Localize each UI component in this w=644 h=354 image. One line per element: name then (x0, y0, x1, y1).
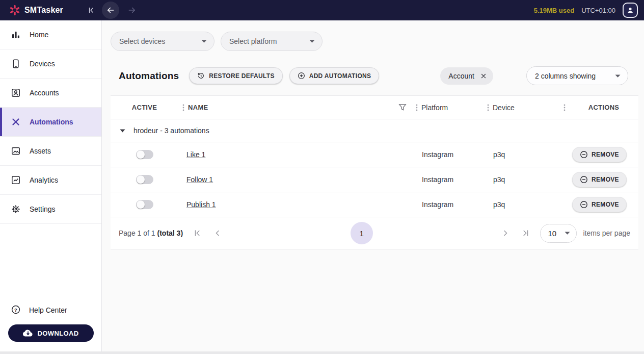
sidebar-item-settings[interactable]: Settings (0, 195, 101, 224)
avatar[interactable] (623, 3, 638, 18)
topbar: SMTasker 5.19MB used UTC+01:00 (0, 0, 644, 20)
help-center-link[interactable]: ? Help Center (0, 298, 101, 322)
restore-defaults-label: RESTORE DEFAULTS (209, 72, 274, 80)
actions-cell: REMOVE (560, 142, 638, 167)
column-label: ACTIONS (569, 104, 638, 111)
toggle-knob (137, 150, 145, 159)
download-button[interactable]: DOWNLOAD (8, 324, 94, 342)
back-button[interactable] (102, 2, 119, 19)
active-toggle[interactable] (136, 200, 153, 209)
columns-showing-label: 2 columns showing (535, 72, 596, 80)
automation-name-link[interactable]: Like 1 (186, 150, 205, 159)
platform-value: Instagram (422, 200, 453, 209)
horizontal-scrollbar[interactable] (0, 351, 644, 354)
table-row: Follow 1 Instagram p3q REMOVE (111, 167, 638, 192)
first-page-button[interactable] (187, 223, 207, 243)
active-cell (111, 167, 178, 192)
table-row: Publish 1 Instagram p3q REMOVE (111, 192, 638, 217)
restore-defaults-button[interactable]: RESTORE DEFAULTS (189, 67, 282, 84)
active-toggle[interactable] (136, 150, 153, 159)
select-devices-label: Select devices (119, 37, 165, 45)
total-summary-text: (total 3) (157, 229, 183, 237)
remove-button[interactable]: REMOVE (572, 172, 627, 187)
page-size-value: 10 (548, 229, 556, 238)
memory-used: 5.19MB used (534, 7, 574, 14)
drag-handle-icon[interactable] (416, 104, 418, 111)
svg-text:?: ? (14, 307, 17, 312)
select-devices-dropdown[interactable]: Select devices (111, 32, 214, 51)
collapse-sidebar-icon[interactable] (85, 2, 98, 19)
previous-page-button[interactable] (207, 223, 228, 243)
name-cell: Publish 1 (178, 192, 413, 217)
name-cell: Follow 1 (178, 167, 413, 192)
sidebar-item-label: Settings (30, 205, 56, 213)
column-label: NAME (188, 104, 208, 111)
platform-cell: Instagram (413, 192, 484, 217)
drag-handle-icon[interactable] (182, 104, 184, 111)
page-number-button[interactable]: 1 (351, 222, 373, 244)
pagination-bar: Page 1 of 1 (total 3) 1 10 items per pag… (111, 217, 638, 249)
columns-showing-dropdown[interactable]: 2 columns showing (526, 66, 628, 85)
restore-icon (197, 72, 205, 80)
add-circle-icon (298, 72, 305, 80)
assets-image-icon (11, 146, 21, 156)
sidebar-item-analytics[interactable]: Analytics (0, 166, 101, 195)
sidebar-item-home[interactable]: Home (0, 20, 101, 49)
help-center-label: Help Center (29, 306, 67, 314)
download-label: DOWNLOAD (37, 330, 78, 337)
remove-button[interactable]: REMOVE (572, 147, 627, 162)
column-header-device[interactable]: Device (484, 96, 560, 119)
remove-circle-icon (580, 175, 588, 184)
drag-handle-icon[interactable] (487, 104, 489, 111)
add-automations-button[interactable]: ADD AUTOMATIONS (289, 67, 380, 84)
group-label: hrodeur - 3 automations (133, 127, 209, 135)
page-size-dropdown[interactable]: 10 (540, 224, 577, 243)
column-header-actions[interactable]: ACTIONS (560, 96, 638, 119)
device-value: p3q (493, 200, 505, 209)
sidebar-item-accounts[interactable]: Accounts (0, 79, 101, 108)
remove-button[interactable]: REMOVE (572, 197, 627, 212)
column-header-active[interactable]: ACTIVE (111, 96, 178, 119)
forward-button[interactable] (123, 2, 141, 19)
main-content: Select devices Select platform Automatio… (102, 20, 644, 351)
automation-tools-icon (11, 117, 21, 127)
drag-handle-icon[interactable] (564, 104, 566, 111)
pager-controls: 1 (187, 222, 536, 244)
collapse-group-icon[interactable] (120, 129, 125, 133)
page-title: Automations (119, 70, 179, 82)
device-cell: p3q (484, 192, 560, 217)
filters-row: Select devices Select platform (111, 32, 638, 51)
remove-circle-icon (580, 200, 588, 209)
cloud-download-icon (23, 329, 33, 337)
automation-name-link[interactable]: Publish 1 (186, 200, 216, 209)
active-cell (111, 192, 178, 217)
automation-name-link[interactable]: Follow 1 (186, 175, 213, 184)
sidebar-item-assets[interactable]: Assets (0, 137, 101, 166)
name-cell: Like 1 (178, 142, 413, 167)
column-header-platform[interactable]: Platform (413, 96, 484, 119)
platform-cell: Instagram (413, 142, 484, 167)
sidebar-item-label: Automations (30, 118, 73, 126)
platform-value: Instagram (422, 175, 453, 184)
sidebar-item-devices[interactable]: Devices (0, 49, 101, 79)
items-per-page-label: items per page (583, 229, 630, 237)
active-toggle[interactable] (136, 175, 153, 184)
sidebar-item-automations[interactable]: Automations (0, 108, 101, 137)
remove-label: REMOVE (592, 201, 619, 208)
page-summary: Page 1 of 1 (total 3) (119, 229, 183, 237)
sidebar-item-label: Devices (30, 60, 55, 68)
last-page-button[interactable] (516, 223, 536, 243)
page-summary-text: Page 1 of 1 (119, 229, 155, 237)
add-automations-label: ADD AUTOMATIONS (309, 72, 371, 80)
select-platform-dropdown[interactable]: Select platform (221, 32, 323, 51)
next-page-button[interactable] (495, 223, 516, 243)
remove-label: REMOVE (592, 151, 619, 158)
sidebar: Home Devices Accounts Automations Assets… (0, 20, 102, 354)
column-label: ACTIVE (132, 104, 157, 111)
account-filter-chip[interactable]: Account (440, 67, 493, 85)
filter-icon[interactable] (398, 104, 407, 111)
account-badge-icon (11, 88, 21, 98)
column-header-name[interactable]: NAME (178, 96, 413, 119)
close-icon[interactable] (480, 72, 487, 80)
remove-circle-icon (580, 150, 588, 159)
